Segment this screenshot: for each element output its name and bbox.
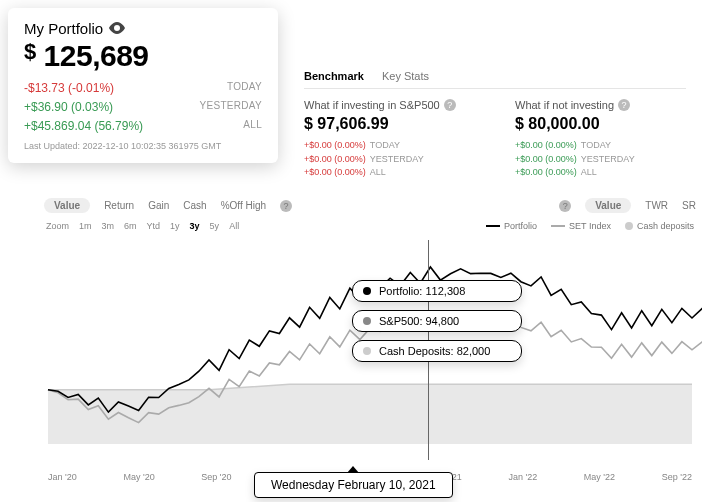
bm-notinvest-value: $ 80,000.00 (515, 115, 686, 133)
help-icon[interactable]: ? (559, 200, 571, 212)
tt-cash: Cash Deposits: 82,000 (379, 345, 490, 357)
bm-invest-title: What if investing in S&P500 (304, 99, 440, 111)
tab-key-stats[interactable]: Key Stats (382, 70, 429, 82)
zoom-ytd[interactable]: Ytd (147, 221, 161, 231)
benchmark-col-notinvest: What if not investing? $ 80,000.00 +$0.0… (515, 99, 686, 180)
last-updated: Last Updated: 2022-12-10 10:02:35 361975… (24, 141, 262, 151)
chart-tooltip: Portfolio: 112,308 S&P500: 94,800 Cash D… (352, 280, 522, 370)
chart-right-tabs: ? Value TWR SR (559, 198, 696, 213)
delta-yesterday: +$36.90 (0.03%) (24, 98, 113, 117)
tab-cash[interactable]: Cash (183, 200, 206, 211)
chart-legend: Portfolio SET Index Cash deposits (478, 219, 702, 233)
tab-value-r[interactable]: Value (585, 198, 631, 213)
tab-value[interactable]: Value (44, 198, 90, 213)
zoom-3m[interactable]: 3m (102, 221, 115, 231)
dot-cash-icon (363, 347, 371, 355)
help-icon[interactable]: ? (618, 99, 630, 111)
tab-return[interactable]: Return (104, 200, 134, 211)
delta-all: +$45.869.04 (56.79%) (24, 117, 143, 136)
help-icon[interactable]: ? (444, 99, 456, 111)
benchmark-panel: Benchmark Key Stats What if investing in… (290, 60, 700, 190)
zoom-3y[interactable]: 3y (190, 221, 200, 231)
zoom-all[interactable]: All (229, 221, 239, 231)
dot-portfolio-icon (363, 287, 371, 295)
eye-icon[interactable] (109, 20, 125, 37)
bm-invest-value: $ 97,606.99 (304, 115, 475, 133)
tab-offhigh[interactable]: %Off High (221, 200, 266, 211)
tooltip-date: Wednesday February 10, 2021 (254, 472, 453, 498)
portfolio-total: $ 125,689 (24, 39, 262, 73)
zoom-1m[interactable]: 1m (79, 221, 92, 231)
zoom-5y[interactable]: 5y (210, 221, 220, 231)
tt-portfolio: Portfolio: 112,308 (379, 285, 465, 297)
zoom-6m[interactable]: 6m (124, 221, 137, 231)
portfolio-card: My Portfolio $ 125,689 -$13.73 (-0.01%)T… (8, 8, 278, 163)
bm-notinvest-title: What if not investing (515, 99, 614, 111)
zoom-controls: Zoom 1m 3m 6m Ytd 1y 3y 5y All (38, 215, 247, 237)
tab-benchmark[interactable]: Benchmark (304, 70, 364, 82)
tt-sp500: S&P500: 94,800 (379, 315, 459, 327)
tab-gain[interactable]: Gain (148, 200, 169, 211)
dot-sp500-icon (363, 317, 371, 325)
portfolio-title: My Portfolio (24, 20, 262, 37)
help-icon[interactable]: ? (280, 200, 292, 212)
tab-twr[interactable]: TWR (645, 200, 668, 211)
benchmark-col-invest: What if investing in S&P500? $ 97,606.99… (304, 99, 475, 180)
delta-today: -$13.73 (-0.01%) (24, 79, 114, 98)
zoom-1y[interactable]: 1y (170, 221, 180, 231)
benchmark-tabs: Benchmark Key Stats (304, 70, 686, 89)
tab-sr[interactable]: SR (682, 200, 696, 211)
chart-metric-tabs: Value Return Gain Cash %Off High ? (44, 198, 292, 213)
